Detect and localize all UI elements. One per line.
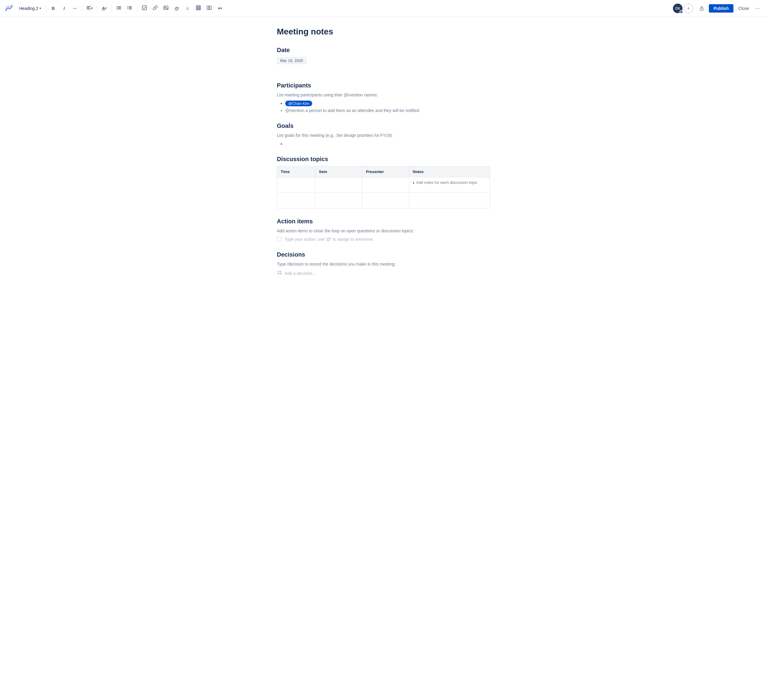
- table-cell-notes[interactable]: Add notes for each discussion topic: [409, 177, 490, 193]
- publish-label: Publish: [714, 6, 729, 11]
- discussion-heading: Discussion topics: [277, 156, 490, 163]
- table-note-content: Add notes for each discussion topic: [413, 180, 486, 185]
- toolbar-divider-4: [111, 5, 112, 12]
- svg-rect-6: [118, 8, 121, 8]
- link-button[interactable]: [150, 3, 160, 13]
- participants-section: Participants List meeting participants u…: [277, 82, 490, 113]
- list-item: @mention a person to add them as an atte…: [285, 108, 490, 113]
- color-chevron-icon: ▾: [105, 6, 107, 10]
- table-row[interactable]: [277, 193, 490, 208]
- heading-style-label: Heading 2: [19, 6, 38, 11]
- table-header-item: Item: [315, 167, 362, 177]
- publish-button[interactable]: Publish: [709, 4, 734, 13]
- toolbar-divider-5: [137, 5, 137, 12]
- more-insert-chevron: ▾: [221, 6, 222, 10]
- date-value[interactable]: Mar 19, 2020: [277, 57, 307, 64]
- goals-helper: List goals for this meeting (e.g., Set d…: [277, 133, 490, 138]
- more-insert-icon: +: [218, 6, 221, 11]
- bullet-list-icon: [116, 5, 121, 11]
- svg-point-7: [116, 9, 118, 10]
- columns-icon: [207, 5, 212, 11]
- svg-rect-8: [118, 9, 121, 9]
- task-button[interactable]: [140, 3, 149, 13]
- decisions-section: Decisions Type /decision to record the d…: [277, 251, 490, 277]
- table-cell-item[interactable]: [315, 177, 362, 193]
- svg-rect-10: [129, 6, 132, 7]
- svg-text:3.: 3.: [127, 8, 129, 10]
- lock-icon: [699, 6, 704, 11]
- ordered-list-button[interactable]: 1. 2. 3.: [125, 3, 135, 13]
- list-item: @Chan Kim: [285, 101, 490, 106]
- svg-rect-0: [87, 6, 91, 7]
- decisions-heading: Decisions: [277, 251, 490, 258]
- date-heading: Date: [277, 47, 490, 54]
- decision-placeholder[interactable]: Add a decision...: [285, 271, 316, 276]
- action-placeholder[interactable]: Type your action, use '@' to assign to s…: [285, 237, 374, 241]
- svg-point-26: [702, 9, 702, 10]
- participants-heading: Participants: [277, 82, 490, 89]
- table-cell-presenter[interactable]: [362, 177, 409, 193]
- goals-section: Goals List goals for this meeting (e.g.,…: [277, 122, 490, 146]
- goals-heading: Goals: [277, 122, 490, 129]
- participants-helper: List meeting participants using their @m…: [277, 92, 490, 97]
- align-icon: [86, 5, 91, 11]
- link-icon: [153, 5, 158, 11]
- participants-list: @Chan Kim @mention a person to add them …: [277, 101, 490, 113]
- lock-button[interactable]: [697, 3, 707, 13]
- more-options-button[interactable]: ···: [753, 3, 762, 13]
- more-insert-button[interactable]: + ▾: [215, 3, 225, 13]
- app-logo: [5, 4, 13, 13]
- collaborators-group: CK +: [673, 3, 693, 13]
- bold-button[interactable]: B: [49, 3, 58, 13]
- list-item[interactable]: [285, 141, 490, 146]
- decision-icon: [277, 270, 282, 277]
- document-title[interactable]: Meeting notes: [277, 26, 490, 37]
- table-cell-notes[interactable]: [409, 193, 490, 208]
- table-cell-time[interactable]: [277, 177, 315, 193]
- action-checkbox[interactable]: [277, 237, 282, 241]
- date-section: Date Mar 19, 2020: [277, 47, 490, 73]
- close-button[interactable]: Close: [736, 4, 751, 13]
- mention-tag[interactable]: @Chan Kim: [285, 101, 312, 106]
- table-header-presenter: Presenter: [362, 167, 409, 177]
- table-header-notes: Notes: [409, 167, 490, 177]
- heading-style-selector[interactable]: Heading 2 ▾: [17, 5, 43, 12]
- columns-button[interactable]: [204, 3, 214, 13]
- italic-button[interactable]: I: [59, 3, 69, 13]
- table-row[interactable]: Add notes for each discussion topic: [277, 177, 490, 193]
- svg-rect-23: [207, 6, 209, 10]
- svg-point-3: [116, 6, 118, 7]
- toolbar-divider-1: [46, 5, 46, 12]
- more-format-button[interactable]: ···: [70, 3, 80, 13]
- goals-list: [277, 141, 490, 146]
- bullet-list-button[interactable]: [114, 3, 124, 13]
- more-format-icon: ···: [73, 6, 77, 11]
- add-collaborator-button[interactable]: +: [684, 3, 693, 13]
- image-icon: [164, 5, 169, 11]
- decision-row: Add a decision...: [277, 270, 490, 277]
- table-cell-time[interactable]: [277, 193, 315, 208]
- text-color-button[interactable]: A ▾: [99, 3, 109, 13]
- avatar-badge: [679, 10, 683, 14]
- svg-point-5: [116, 8, 118, 8]
- add-collaborator-icon: +: [687, 6, 690, 11]
- table-cell-presenter[interactable]: [362, 193, 409, 208]
- align-button[interactable]: ▾: [85, 3, 94, 13]
- emoji-button[interactable]: ☺: [183, 3, 193, 13]
- action-items-heading: Action items: [277, 218, 490, 225]
- svg-rect-1: [87, 8, 89, 8]
- table-cell-item[interactable]: [315, 193, 362, 208]
- image-button[interactable]: [161, 3, 171, 13]
- participants-hint: @mention a person to add them as an atte…: [285, 108, 420, 113]
- heading-chevron-icon: ▾: [40, 6, 41, 10]
- table-header-time: Time: [277, 167, 315, 177]
- mention-button[interactable]: @: [172, 3, 181, 13]
- toolbar-divider-2: [82, 5, 83, 12]
- user-avatar[interactable]: CK: [673, 3, 683, 13]
- italic-icon: I: [64, 6, 65, 11]
- discussion-section: Discussion topics Time Item Presenter No…: [277, 156, 490, 208]
- discussion-table: Time Item Presenter Notes Add notes for …: [277, 166, 490, 208]
- svg-rect-4: [118, 6, 121, 7]
- table-icon: [196, 5, 201, 11]
- table-button[interactable]: [194, 3, 203, 13]
